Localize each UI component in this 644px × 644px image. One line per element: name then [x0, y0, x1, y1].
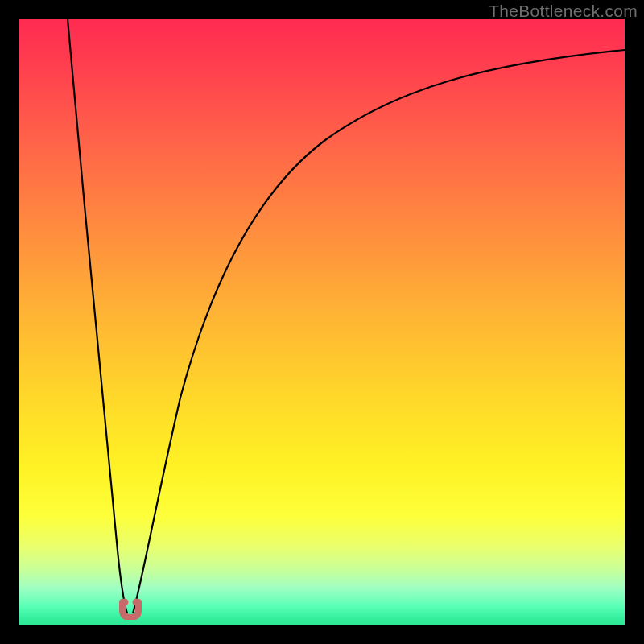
watermark-text: TheBottleneck.com	[489, 2, 638, 21]
plot-area	[19, 19, 625, 625]
bottleneck-curve	[19, 19, 625, 625]
chart-frame: TheBottleneck.com	[0, 0, 644, 644]
